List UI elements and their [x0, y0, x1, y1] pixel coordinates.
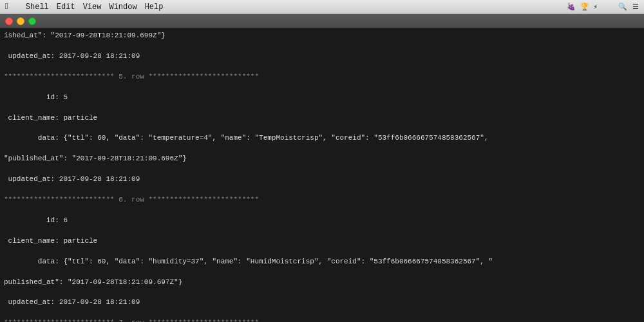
menubar-left:  Shell Edit View Window Help — [5, 2, 163, 12]
data-line: updated_at: 2017-09-28 18:21:09 — [4, 175, 640, 185]
apple-menu[interactable]:  — [5, 2, 10, 12]
data-line: data: {"ttl": 60, "data": "humidity=37",… — [4, 257, 640, 267]
data-line: id: 5 — [4, 93, 640, 103]
data-line: client_name: particle — [4, 113, 640, 124]
menu-edit[interactable]: Edit — [57, 3, 75, 12]
data-line: updated_at: 2017-09-28 18:21:09 — [4, 298, 640, 308]
content-line: published_at": "2017-09-28T18:21:09.697Z… — [4, 278, 640, 288]
separator-line: ************************** 7. row ******… — [4, 318, 640, 322]
content-line: ished_at": "2017-09-28T18:21:09.699Z"} — [4, 31, 640, 41]
content-line: "published_at": "2017-09-28T18:21:09.696… — [4, 154, 640, 164]
terminal-content[interactable]: ished_at": "2017-09-28T18:21:09.699Z"} u… — [0, 28, 644, 322]
menubar-right: 🍇 🏆 ⚡ 🔍 ☰ — [567, 3, 639, 11]
separator-line: ************************** 6. row ******… — [4, 195, 640, 205]
data-line: client_name: particle — [4, 236, 640, 247]
terminal-titlebar — [0, 14, 644, 28]
notification-icon[interactable]: ☰ — [632, 3, 639, 11]
minimize-button[interactable] — [17, 17, 24, 25]
data-line: data: {"ttl": 60, "data": "temperature=4… — [4, 133, 640, 144]
traffic-lights — [5, 17, 36, 25]
separator-line: ************************** 5. row ******… — [4, 72, 640, 82]
menubar-icons: 🍇 🏆 ⚡ — [567, 3, 598, 11]
macos-menubar:  Shell Edit View Window Help 🍇 🏆 ⚡ 🔍 ☰ — [0, 0, 644, 14]
menu-view[interactable]: View — [83, 3, 102, 12]
data-line: updated_at: 2017-09-28 18:21:09 — [4, 52, 640, 62]
data-line: id: 6 — [4, 216, 640, 226]
menu-shell[interactable]: Shell — [26, 3, 49, 12]
menu-help[interactable]: Help — [145, 3, 164, 12]
maximize-button[interactable] — [28, 17, 36, 25]
search-icon[interactable]: 🔍 — [618, 3, 627, 11]
menu-window[interactable]: Window — [109, 3, 137, 12]
close-button[interactable] — [5, 17, 13, 25]
terminal-window:  Shell Edit View Window Help 🍇 🏆 ⚡ 🔍 ☰ … — [0, 0, 644, 322]
